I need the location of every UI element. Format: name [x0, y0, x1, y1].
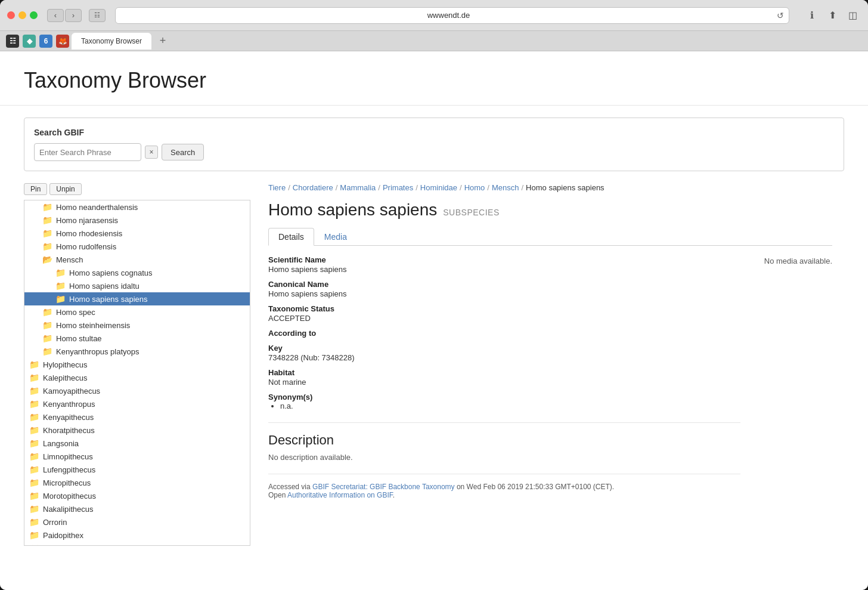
- tree-item[interactable]: 📁Lufengpithecus: [24, 463, 250, 476]
- tree-item[interactable]: 📁Homo sapiens sapiens: [24, 292, 250, 305]
- breadcrumb-link[interactable]: Primates: [383, 183, 413, 192]
- tree-item[interactable]: 📁Langsonia: [24, 437, 250, 450]
- close-button[interactable]: [7, 11, 15, 19]
- tree-item[interactable]: 📁Kenyapithecus: [24, 410, 250, 424]
- tree-item-label: Hylopithecus: [43, 360, 87, 369]
- folder-icon: 📁: [29, 543, 39, 546]
- tab-details[interactable]: Details: [268, 228, 314, 246]
- maximize-button[interactable]: [30, 11, 38, 19]
- footer-line-1: Accessed via GBIF Secretariat: GBIF Back…: [268, 483, 740, 491]
- species-title: Homo sapiens sapiens SUBSPECIES: [268, 200, 832, 220]
- reader-button[interactable]: ☷: [89, 9, 106, 22]
- forward-button[interactable]: ›: [65, 9, 82, 22]
- search-button[interactable]: Search: [162, 144, 204, 160]
- folder-icon: 📁: [29, 517, 39, 527]
- tree-item[interactable]: 📁Homo sapiens cognatus: [24, 266, 250, 279]
- tree-item-label: Khoratpithecus: [43, 426, 95, 435]
- folder-icon: 📁: [29, 530, 39, 540]
- tree-item[interactable]: 📁Hylopithecus: [24, 358, 250, 371]
- main-layout: Pin Unpin 📁Homo neanderthalensis📁Homo nj…: [24, 183, 844, 546]
- tree-item[interactable]: 📁Kenyanthropus platyops: [24, 345, 250, 358]
- detail-content: Scientific Name Homo sapiens sapiens Can…: [268, 255, 832, 499]
- breadcrumb-separator: /: [416, 183, 418, 192]
- tree-item[interactable]: 📁Homo rhodesiensis: [24, 227, 250, 240]
- tree-item[interactable]: 📁Kenyanthropus: [24, 397, 250, 410]
- tree-item[interactable]: 📁Homo spec: [24, 305, 250, 319]
- share-icon[interactable]: ⬆: [824, 9, 841, 22]
- pin-button[interactable]: Pin: [24, 183, 47, 195]
- clear-button[interactable]: ×: [145, 146, 158, 159]
- breadcrumb-link[interactable]: Mammalia: [340, 183, 376, 192]
- footer-gbif-link[interactable]: GBIF Secretariat: GBIF Backbone Taxonomy: [312, 483, 455, 491]
- tree-item[interactable]: 📁Kamoyapithecus: [24, 384, 250, 397]
- tree-item-label: Kenyapithecus: [43, 413, 94, 422]
- tree-item[interactable]: 📁Homo neanderthalensis: [24, 200, 250, 214]
- address-bar[interactable]: wwwendt.de ↺: [115, 7, 789, 24]
- breadcrumb-separator: /: [336, 183, 338, 192]
- tree-panel[interactable]: 📁Homo neanderthalensis📁Homo njarasensis📁…: [24, 200, 250, 546]
- detail-fields: Scientific Name Homo sapiens sapiens Can…: [268, 255, 740, 499]
- breadcrumb-link[interactable]: Tiere: [268, 183, 286, 192]
- tree-item[interactable]: 📂Mensch: [24, 253, 250, 266]
- tree-item[interactable]: 📁Kalepithecus: [24, 371, 250, 384]
- tree-item[interactable]: 📁Homo steinheimensis: [24, 319, 250, 332]
- footer-date-text: on Wed Feb 06 2019 21:50:33 GMT+0100 (CE…: [455, 483, 615, 491]
- breadcrumb-link[interactable]: Hominidae: [420, 183, 457, 192]
- back-button[interactable]: ‹: [47, 9, 64, 22]
- active-tab[interactable]: Taxonomy Browser: [72, 33, 151, 50]
- tree-item-label: Homo rhodesiensis: [56, 229, 122, 238]
- tab-icon-green[interactable]: ◆: [23, 35, 36, 48]
- tab-media[interactable]: Media: [314, 228, 357, 246]
- breadcrumb-link[interactable]: Mensch: [492, 183, 519, 192]
- tab-icon-red[interactable]: 🦊: [56, 35, 69, 48]
- tree-item[interactable]: 📁Homo njarasensis: [24, 214, 250, 227]
- tree-item[interactable]: 📁Morotopithecus: [24, 489, 250, 502]
- tree-item-label: Kenyanthropus: [43, 400, 95, 409]
- tree-item[interactable]: 📁Palaeosimia: [24, 542, 250, 546]
- breadcrumb-link[interactable]: Chordatiere: [293, 183, 333, 192]
- search-input[interactable]: [34, 143, 141, 161]
- tree-item[interactable]: 📁Khoratpithecus: [24, 424, 250, 437]
- footer-period: .: [393, 491, 395, 499]
- folder-icon: 📁: [29, 399, 39, 409]
- field-scientific-name: Scientific Name Homo sapiens sapiens: [268, 255, 740, 274]
- tree-item[interactable]: 📁Nakalipithecus: [24, 502, 250, 515]
- page-content: Taxonomy Browser Search GBIF × Search Pi…: [0, 51, 868, 590]
- sidebar-icon[interactable]: ◫: [844, 9, 861, 22]
- tree-item[interactable]: 📁Homo rudolfensis: [24, 240, 250, 253]
- description-section: Description No description available.: [268, 422, 740, 462]
- tree-item[interactable]: 📁Homo sapiens idaltu: [24, 279, 250, 292]
- breadcrumb-separator: /: [378, 183, 380, 192]
- info-icon[interactable]: ℹ: [804, 9, 820, 22]
- folder-icon: 📁: [29, 465, 39, 474]
- tree-item-label: Homo spec: [56, 308, 95, 317]
- tab-icon-dark[interactable]: ☷: [6, 35, 19, 48]
- title-bar: ‹ › ☷ wwwendt.de ↺ ℹ ⬆ ◫: [0, 0, 868, 31]
- tree-item[interactable]: 📁Limnopithecus: [24, 450, 250, 463]
- browser-window: ‹ › ☷ wwwendt.de ↺ ℹ ⬆ ◫ ☷ ◆ 6 🦊 Taxonom…: [0, 0, 868, 590]
- footer-auth-link[interactable]: Authoritative Information on GBIF: [287, 491, 393, 499]
- unpin-button[interactable]: Unpin: [49, 183, 81, 195]
- tree-item-label: Homo rudolfensis: [56, 242, 116, 251]
- folder-icon: 📁: [42, 307, 52, 317]
- field-habitat: Habitat Not marine: [268, 368, 740, 387]
- new-tab-button[interactable]: +: [156, 35, 169, 48]
- minimize-button[interactable]: [18, 11, 26, 19]
- tree-item-label: Kalepithecus: [43, 373, 87, 382]
- tree-item[interactable]: 📁Micropithecus: [24, 476, 250, 489]
- tree-item[interactable]: 📁Orrorin: [24, 515, 250, 529]
- folder-icon: 📁: [42, 333, 52, 343]
- no-media-text: No media available.: [764, 257, 832, 265]
- breadcrumb-separator: /: [521, 183, 523, 192]
- tree-item[interactable]: 📁Homo stultae: [24, 332, 250, 345]
- field-synonyms: Synonym(s) n.a.: [268, 393, 740, 410]
- tab-icon-blue[interactable]: 6: [39, 35, 52, 48]
- folder-icon: 📁: [29, 412, 39, 422]
- reload-button[interactable]: ↺: [777, 11, 784, 20]
- field-according-to: According to: [268, 329, 740, 338]
- tree-item[interactable]: 📁Paidopithex: [24, 529, 250, 542]
- breadcrumb-link[interactable]: Homo: [464, 183, 485, 192]
- tree-item-label: Limnopithecus: [43, 452, 93, 461]
- tree-item-label: Homo sapiens cognatus: [69, 268, 152, 277]
- field-key: Key 7348228 (Nub: 7348228): [268, 344, 740, 362]
